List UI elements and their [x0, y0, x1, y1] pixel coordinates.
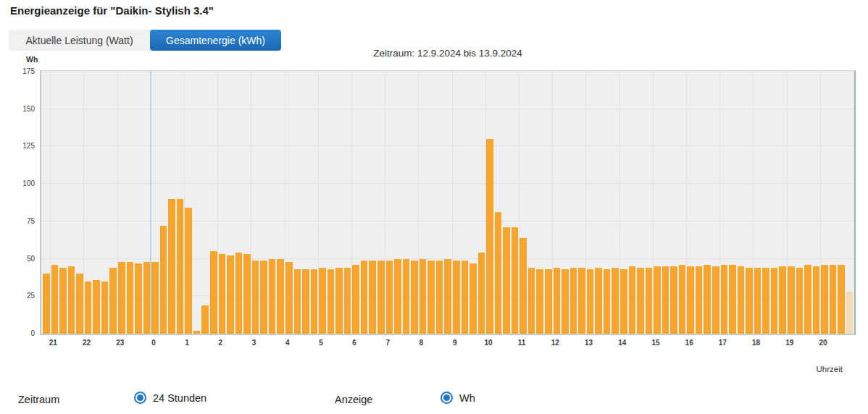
bar: [503, 227, 510, 334]
bar: [235, 253, 243, 334]
bar: [243, 254, 251, 334]
bar: [612, 268, 619, 334]
bar: [679, 265, 686, 334]
bar: [210, 251, 217, 334]
bar: [712, 266, 719, 334]
bar: [519, 238, 527, 334]
bar: [453, 261, 460, 334]
x-tick-label: 3: [240, 339, 269, 347]
bar: [193, 331, 201, 334]
bar: [436, 261, 443, 334]
x-tick-label: 21: [38, 339, 67, 347]
bar: [269, 259, 276, 334]
bar: [76, 274, 83, 334]
x-tick-label: 6: [340, 339, 369, 347]
y-tick-label: 100: [0, 179, 35, 187]
x-tick-label: 18: [742, 339, 771, 347]
bar: [620, 269, 627, 334]
zeitraum-24h-option-label[interactable]: 24 Stunden: [153, 392, 206, 404]
anzeige-wh-radio[interactable]: [441, 392, 453, 404]
h-gridline: [41, 183, 854, 184]
zeitraum-24h-radio[interactable]: [134, 392, 146, 404]
bar: [335, 268, 343, 334]
bar: [394, 259, 401, 334]
bar: [109, 268, 117, 334]
x-tick-label: 23: [106, 339, 135, 347]
bar: [528, 268, 535, 334]
bar: [327, 269, 335, 334]
y-tick-label: 175: [0, 67, 35, 75]
radio-dot: [443, 394, 450, 401]
anzeige-wh-option-label[interactable]: Wh: [459, 392, 475, 404]
bar: [51, 265, 59, 334]
bar: [260, 261, 267, 334]
bar: [704, 265, 711, 334]
bar: [536, 269, 543, 334]
bar: [629, 266, 636, 334]
zeitraum-radio-group: 24 Stunden: [134, 392, 206, 404]
bar: [696, 266, 703, 334]
x-tick-label: 19: [775, 339, 804, 347]
bar: [495, 212, 502, 334]
bar: [427, 261, 435, 334]
bar: [43, 274, 50, 334]
x-tick-label: 5: [306, 339, 335, 347]
bar: [59, 268, 67, 334]
chart-title: Zeitraum: 12.9.2024 bis 13.9.2024: [40, 48, 856, 59]
x-tick-label: 22: [72, 339, 101, 347]
bar: [444, 259, 451, 334]
bar: [654, 266, 661, 334]
bar: [721, 265, 728, 334]
tab-label: Aktuelle Leistung (Watt): [25, 35, 133, 46]
x-tick-label: 0: [139, 339, 168, 347]
plot-area: [40, 70, 856, 335]
h-gridline: [41, 145, 854, 146]
x-tick-label: 7: [373, 339, 402, 347]
bar: [729, 265, 736, 334]
h-gridline: [41, 109, 854, 109]
bar: [754, 268, 761, 334]
bar: [478, 253, 485, 334]
tab-label: Gesamtenergie (kWh): [166, 35, 265, 46]
bar: [411, 261, 418, 334]
bar: [285, 262, 293, 334]
x-tick-label: 2: [206, 339, 235, 347]
bar: [219, 254, 226, 334]
x-tick-label: 9: [441, 339, 470, 347]
bar: [68, 266, 75, 334]
bar: [127, 262, 134, 334]
x-tick-label: 8: [407, 339, 436, 347]
y-tick-label: 75: [0, 217, 35, 225]
bar: [352, 265, 359, 334]
bar: [462, 261, 469, 334]
bar: [420, 259, 427, 334]
bar: [277, 259, 284, 334]
anzeige-label: Anzeige: [335, 394, 372, 405]
x-tick-label: 17: [708, 339, 737, 347]
bar: [344, 268, 351, 334]
x-axis-title: Uhrzeit: [770, 365, 843, 373]
bar: [646, 268, 653, 334]
bar: [578, 268, 585, 334]
bar: [604, 269, 611, 334]
bar: [746, 268, 753, 334]
y-axis-tick-labels: 0255075100125150175: [0, 70, 35, 335]
x-tick-label: 14: [608, 339, 637, 347]
radio-dot: [137, 394, 143, 401]
bar: [570, 268, 577, 334]
bar: [595, 268, 602, 334]
bar: [311, 269, 318, 334]
page-title: Energieanzeige für "Daikin- Stylish 3.4": [10, 4, 214, 17]
bar-partial: [846, 292, 854, 334]
bar: [637, 268, 644, 334]
bar: [687, 266, 694, 334]
bar: [160, 226, 167, 334]
bar: [369, 261, 376, 334]
bar: [101, 282, 109, 334]
bar: [177, 199, 184, 334]
bar: [788, 266, 795, 334]
bar: [470, 263, 477, 334]
bar: [554, 268, 561, 334]
x-tick-label: 10: [474, 339, 503, 347]
y-tick-label: 50: [0, 255, 35, 263]
